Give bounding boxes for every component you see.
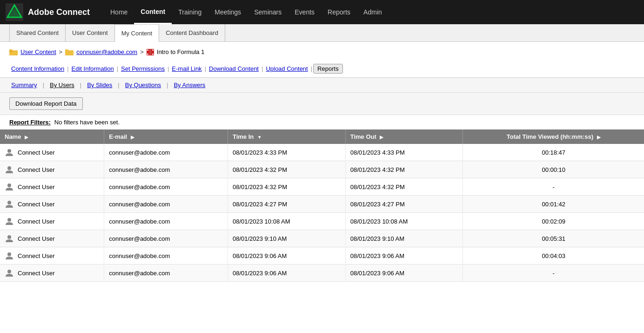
table-header-row: Name ▶ E-mail ▶ Time In ▼ Time Out ▶ Tot… (0, 129, 644, 144)
film-icon (147, 49, 154, 55)
cell-time-out: 08/01/2023 4:32 PM (345, 161, 463, 178)
report-table: Name ▶ E-mail ▶ Time In ▼ Time Out ▶ Tot… (0, 129, 644, 282)
cell-time-out: 08/01/2023 9:06 AM (345, 265, 463, 282)
cell-email: connuser@adobe.com (104, 265, 228, 282)
cell-total-time: 00:04:03 (463, 247, 644, 265)
nav-item-seminars[interactable]: Seminars (248, 0, 288, 24)
svg-rect-6 (65, 50, 74, 55)
nav-item-reports[interactable]: Reports (321, 0, 357, 24)
download-report-data-button[interactable]: Download Report Data (9, 97, 83, 110)
user-avatar-icon (5, 268, 14, 278)
nav-item-meetings[interactable]: Meetings (208, 0, 248, 24)
report-filters-bar: Report Filters: No filters have been set… (0, 115, 644, 129)
report-tab-by-questions[interactable]: By Questions (123, 82, 163, 88)
tab-user-content[interactable]: User Content (66, 24, 115, 42)
breadcrumb-user-content[interactable]: User Content (20, 48, 56, 55)
top-navigation: Adobe Connect Home Content Training Meet… (0, 0, 644, 24)
cell-email: connuser@adobe.com (104, 196, 228, 213)
cell-name: Connect User (0, 161, 104, 178)
report-filters-message: No filters have been set. (54, 119, 120, 126)
cell-time-in: 08/01/2023 4:33 PM (228, 144, 345, 161)
app-title: Adobe Connect (28, 7, 90, 17)
adobe-connect-logo-icon (6, 3, 23, 21)
col-header-email[interactable]: E-mail ▶ (104, 129, 228, 144)
breadcrumb-connuser[interactable]: connuser@adobe.com (76, 48, 137, 55)
col-header-time-in[interactable]: Time In ▼ (228, 129, 345, 144)
svg-point-15 (7, 166, 11, 170)
svg-point-18 (7, 218, 11, 222)
report-tab-summary[interactable]: Summary (9, 82, 39, 88)
cell-time-out: 08/01/2023 4:27 PM (345, 196, 463, 213)
folder-icon-connuser (65, 49, 74, 55)
table-row: Connect User connuser@adobe.com08/01/202… (0, 178, 644, 196)
nav-item-admin[interactable]: Admin (357, 0, 389, 24)
cell-time-in: 08/01/2023 4:32 PM (228, 161, 345, 178)
cell-total-time: 00:05:31 (463, 230, 644, 247)
user-avatar-icon (5, 148, 14, 157)
cell-time-out: 08/01/2023 9:06 AM (345, 247, 463, 265)
tab-content-dashboard[interactable]: Content Dashboard (159, 24, 225, 42)
cell-email: connuser@adobe.com (104, 178, 228, 196)
action-email-link[interactable]: E-mail Link (170, 65, 203, 72)
table-row: Connect User connuser@adobe.com08/01/202… (0, 247, 644, 265)
table-row: Connect User connuser@adobe.com08/01/202… (0, 230, 644, 247)
nav-item-home[interactable]: Home (104, 0, 134, 24)
col-header-total-time[interactable]: Total Time Viewed (hh:mm:ss) ▶ (463, 129, 644, 144)
cell-email: connuser@adobe.com (104, 230, 228, 247)
sort-arrow-time-out: ▶ (380, 135, 383, 140)
action-download-content[interactable]: Download Content (207, 65, 261, 72)
logo-area[interactable]: Adobe Connect (6, 3, 90, 21)
cell-name-value: Connect User (18, 149, 54, 156)
report-filters-label: Report Filters: (9, 119, 51, 126)
cell-name-value: Connect User (18, 218, 54, 225)
svg-rect-9 (147, 49, 148, 51)
table-row: Connect User connuser@adobe.com08/01/202… (0, 213, 644, 230)
col-header-time-out[interactable]: Time Out ▶ (345, 129, 463, 144)
cell-total-time: 00:00:10 (463, 161, 644, 178)
nav-items-list: Home Content Training Meetings Seminars … (104, 0, 389, 24)
table-row: Connect User connuser@adobe.com08/01/202… (0, 144, 644, 161)
nav-item-training[interactable]: Training (172, 0, 208, 24)
svg-rect-13 (152, 54, 154, 55)
cell-time-out: 08/01/2023 9:10 AM (345, 230, 463, 247)
tab-shared-content[interactable]: Shared Content (9, 24, 66, 42)
action-bar: Content Information | Edit Information |… (0, 62, 644, 78)
cell-name-value: Connect User (18, 252, 54, 259)
cell-name: Connect User (0, 213, 104, 230)
user-avatar-icon (5, 182, 14, 191)
cell-time-in: 08/01/2023 9:10 AM (228, 230, 345, 247)
svg-rect-10 (149, 49, 151, 55)
cell-total-time: - (463, 265, 644, 282)
col-header-name[interactable]: Name ▶ (0, 129, 104, 144)
action-set-permissions[interactable]: Set Permissions (119, 65, 167, 72)
cell-name: Connect User (0, 196, 104, 213)
action-content-information[interactable]: Content Information (9, 65, 66, 72)
breadcrumb-sep-1: > (59, 48, 63, 55)
svg-point-21 (7, 270, 11, 273)
sort-arrow-name: ▶ (25, 135, 28, 140)
cell-name: Connect User (0, 144, 104, 161)
cell-time-out: 08/01/2023 10:08 AM (345, 213, 463, 230)
report-tab-by-answers[interactable]: By Answers (172, 82, 207, 88)
breadcrumb: User Content > connuser@adobe.com > Intr… (0, 42, 644, 62)
action-edit-information[interactable]: Edit Information (70, 65, 116, 72)
folder-icon-user-content (9, 49, 18, 55)
report-tab-by-users[interactable]: By Users (48, 82, 76, 88)
nav-item-content[interactable]: Content (134, 0, 172, 24)
report-tabs: Summary | By Users | By Slides | By Ques… (0, 78, 644, 93)
tab-my-content[interactable]: My Content (115, 24, 159, 42)
nav-item-events[interactable]: Events (288, 0, 321, 24)
report-tab-by-slides[interactable]: By Slides (85, 82, 114, 88)
sort-arrow-time-in: ▼ (257, 135, 262, 140)
user-avatar-icon (5, 217, 14, 226)
action-reports[interactable]: Reports (313, 64, 343, 74)
cell-time-in: 08/01/2023 4:32 PM (228, 178, 345, 196)
cell-name: Connect User (0, 230, 104, 247)
action-upload-content[interactable]: Upload Content (264, 65, 309, 72)
sort-arrow-email: ▶ (131, 135, 134, 140)
cell-name-value: Connect User (18, 201, 54, 208)
cell-name: Connect User (0, 247, 104, 265)
cell-email: connuser@adobe.com (104, 247, 228, 265)
breadcrumb-current: Intro to Formula 1 (157, 48, 205, 55)
cell-total-time: 00:18:47 (463, 144, 644, 161)
